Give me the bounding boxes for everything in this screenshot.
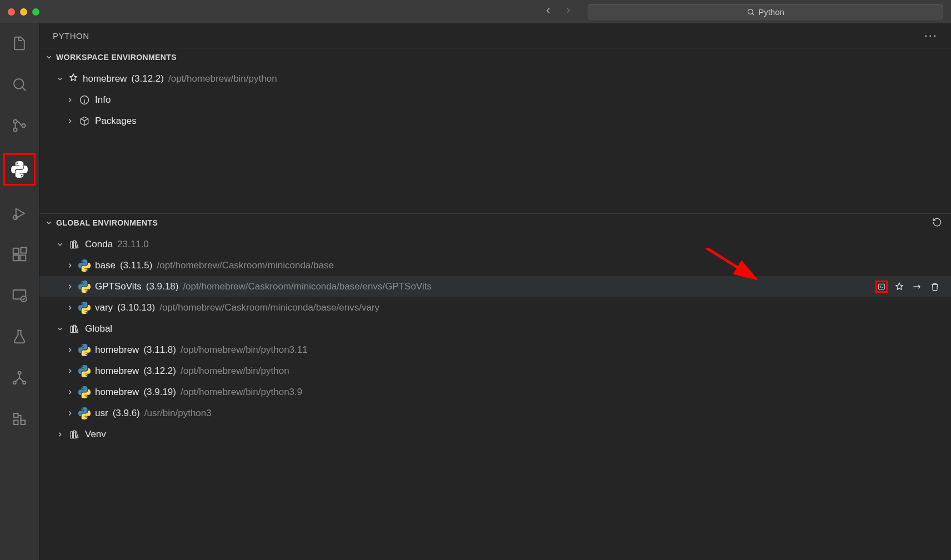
svg-rect-6 (13, 248, 19, 254)
svg-point-2 (13, 119, 17, 123)
env-group-venv[interactable]: Venv (39, 424, 951, 445)
env-name: vary (95, 302, 113, 313)
chevron-right-icon (56, 431, 64, 438)
group-name: Conda (85, 239, 113, 250)
chevron-right-icon (66, 304, 74, 312)
title-bar: Python (0, 0, 951, 23)
trash-icon[interactable] (929, 281, 941, 293)
python-sidebar: PYTHON ··· WORKSPACE ENVIRONMENTS homebr… (39, 23, 951, 560)
global-section-header[interactable]: GLOBAL ENVIRONMENTS (39, 214, 951, 232)
env-path: /usr/bin/python3 (144, 408, 212, 419)
chevron-right-icon (66, 96, 74, 104)
chevron-down-icon (56, 241, 64, 248)
global-environments-section: GLOBAL ENVIRONMENTS Conda 23.11.0 (39, 213, 951, 445)
star-icon (68, 73, 78, 86)
env-name: usr (95, 408, 108, 419)
env-row-actions (875, 281, 944, 293)
global-header-label: GLOBAL ENVIRONMENTS (56, 218, 158, 227)
env-row-vary[interactable]: vary (3.10.13) /opt/homebrew/Caskroom/mi… (39, 297, 951, 318)
workspace-env-row[interactable]: homebrew (3.12.2) /opt/homebrew/bin/pyth… (39, 68, 951, 89)
group-version: 23.11.0 (117, 239, 149, 250)
env-row-usr[interactable]: usr (3.9.6) /usr/bin/python3 (39, 403, 951, 424)
env-packages-row[interactable]: Packages (39, 111, 951, 132)
group-name: Global (85, 323, 112, 334)
chevron-down-icon (45, 53, 53, 61)
env-path: /opt/homebrew/Caskroom/miniconda/base/en… (159, 302, 379, 313)
minimize-window[interactable] (20, 8, 27, 16)
svg-point-4 (22, 124, 25, 127)
env-name: homebrew (95, 366, 139, 377)
svg-rect-15 (14, 413, 18, 418)
chevron-right-icon (66, 283, 74, 291)
panel-more-icon[interactable]: ··· (924, 28, 938, 43)
env-info-label: Info (95, 94, 111, 106)
env-version: (3.12.2) (131, 73, 164, 84)
chevron-right-icon (66, 409, 74, 417)
env-row-base[interactable]: base (3.11.5) /opt/homebrew/Caskroom/min… (39, 255, 951, 276)
maximize-window[interactable] (32, 8, 39, 16)
svg-point-12 (18, 372, 21, 374)
source-control-icon[interactable] (6, 112, 33, 139)
python-icon (78, 281, 91, 293)
package-icon (78, 115, 91, 127)
workspace-header-label: WORKSPACE ENVIRONMENTS (56, 53, 177, 62)
panel-title: PYTHON (53, 31, 89, 41)
python-activity-icon[interactable] (3, 153, 36, 186)
explorer-icon[interactable] (6, 30, 33, 57)
env-version: (3.10.13) (117, 302, 155, 313)
env-version: (3.9.6) (113, 408, 140, 419)
folder-library-icon (68, 323, 81, 335)
env-info-row[interactable]: Info (39, 89, 951, 111)
svg-rect-19 (71, 242, 72, 248)
svg-point-13 (13, 381, 16, 384)
open-terminal-icon[interactable] (875, 281, 888, 293)
workspace-section-header[interactable]: WORKSPACE ENVIRONMENTS (39, 48, 951, 66)
extensions-icon[interactable] (6, 241, 33, 268)
python-icon (78, 386, 91, 398)
info-icon (78, 94, 91, 106)
env-version: (3.9.18) (146, 281, 179, 292)
export-icon[interactable] (911, 281, 923, 293)
env-row-homebrew-3118[interactable]: homebrew (3.11.8) /opt/homebrew/bin/pyth… (39, 339, 951, 361)
star-icon[interactable] (893, 281, 905, 293)
env-group-global[interactable]: Global (39, 318, 951, 339)
env-group-conda[interactable]: Conda 23.11.0 (39, 234, 951, 255)
svg-rect-8 (20, 255, 26, 261)
env-name: GPTSoVits (95, 281, 142, 292)
close-window[interactable] (8, 8, 15, 16)
svg-rect-16 (14, 421, 18, 425)
search-activity-icon[interactable] (6, 71, 33, 98)
refresh-icon[interactable] (932, 217, 942, 229)
svg-rect-9 (21, 248, 27, 253)
run-debug-icon[interactable] (6, 200, 33, 227)
env-path: /opt/homebrew/bin/python (168, 73, 277, 84)
env-row-homebrew-3919[interactable]: homebrew (3.9.19) /opt/homebrew/bin/pyth… (39, 382, 951, 403)
env-path: /opt/homebrew/Caskroom/miniconda/base/en… (183, 281, 432, 292)
env-path: /opt/homebrew/Caskroom/miniconda/base (157, 260, 333, 271)
svg-point-3 (13, 128, 17, 131)
env-version: (3.11.5) (120, 260, 153, 271)
chevron-down-icon (45, 219, 53, 227)
remote-icon[interactable] (6, 282, 33, 309)
structure-icon[interactable] (6, 406, 33, 432)
env-row-gptsovits[interactable]: GPTSoVits (3.9.18) /opt/homebrew/Caskroo… (39, 276, 951, 297)
command-center-text: Python (758, 7, 784, 17)
chevron-right-icon (66, 388, 74, 396)
svg-rect-24 (71, 432, 72, 438)
search-icon (747, 8, 755, 16)
command-center[interactable]: Python (588, 4, 943, 19)
python-icon (78, 365, 91, 377)
nav-back-icon[interactable] (543, 6, 553, 18)
window-controls (8, 8, 39, 16)
env-name: homebrew (95, 387, 139, 398)
python-icon (78, 344, 91, 356)
git-graph-icon[interactable] (6, 364, 33, 391)
nav-forward-icon[interactable] (563, 6, 573, 18)
svg-rect-17 (21, 421, 26, 425)
env-version: (3.12.2) (143, 366, 176, 377)
env-row-homebrew-3122[interactable]: homebrew (3.12.2) /opt/homebrew/bin/pyth… (39, 361, 951, 382)
activity-bar (0, 23, 39, 560)
env-path: /opt/homebrew/bin/python3.9 (181, 387, 302, 398)
svg-rect-22 (71, 326, 72, 333)
testing-icon[interactable] (6, 323, 33, 350)
